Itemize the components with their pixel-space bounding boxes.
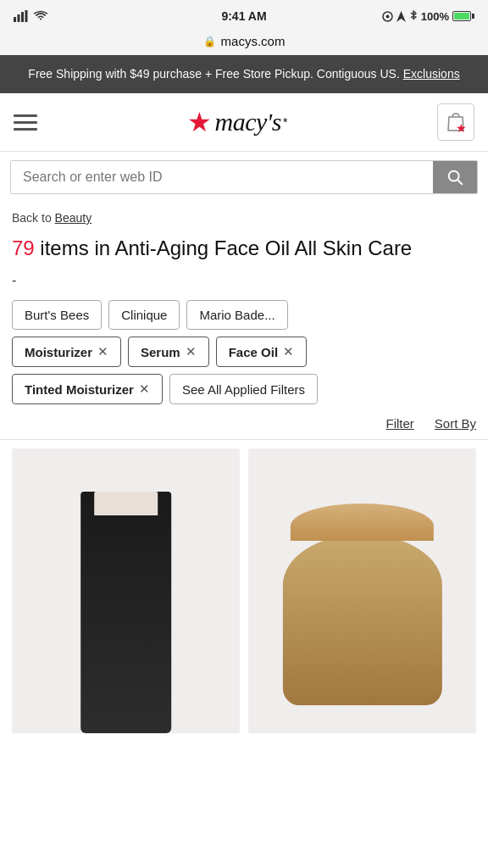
see-all-filters-button[interactable]: See All Applied Filters: [169, 374, 318, 404]
svg-rect-3: [25, 10, 28, 22]
site-header: ★ macy's* ★: [0, 93, 488, 152]
search-bar: [10, 160, 478, 194]
filter-chip-serum[interactable]: Serum ✕: [128, 337, 209, 367]
filter-link[interactable]: Filter: [385, 416, 413, 431]
svg-line-8: [458, 180, 462, 184]
filter-dash: -: [12, 273, 16, 287]
filter-indicator: -: [0, 273, 488, 297]
address-bar[interactable]: 🔒 macys.com: [0, 31, 488, 55]
status-bar: 9:41 AM 100%: [0, 0, 488, 31]
brand-chips-row: Burt's Bees Clinique Mario Bade...: [0, 297, 488, 337]
sort-by-link[interactable]: Sort By: [435, 416, 476, 431]
result-count: 79: [12, 236, 35, 259]
page-title-rest: items in Anti-Aging Face Oil All Skin Ca…: [35, 236, 413, 259]
product-image-2: [248, 448, 476, 733]
svg-rect-2: [21, 12, 24, 22]
product-card-2[interactable]: [248, 448, 476, 733]
product-bottle-graphic: [80, 492, 172, 734]
battery-percent: 100%: [421, 10, 449, 23]
logo-text: macy's: [215, 108, 281, 136]
logo-asterisk: *: [283, 115, 287, 129]
see-all-label: See All Applied Filters: [182, 382, 305, 397]
remove-face-oil-icon[interactable]: ✕: [283, 344, 294, 359]
brand-chip-mario-badescu[interactable]: Mario Bade...: [186, 300, 287, 330]
chip-label: Clinique: [121, 308, 167, 322]
status-time: 9:41 AM: [221, 9, 266, 23]
url-text: macys.com: [221, 34, 286, 48]
product-image-1: [12, 448, 240, 733]
lock-icon: 🔒: [203, 36, 216, 47]
exclusions-link[interactable]: Exclusions: [403, 67, 460, 81]
product-jar-graphic: [282, 534, 441, 705]
applied-filters-row1: Moisturizer ✕ Serum ✕ Face Oil ✕: [0, 337, 488, 374]
logo[interactable]: ★ macy's*: [187, 108, 288, 136]
battery-icon: [452, 11, 474, 21]
navigation-icon: [396, 11, 406, 22]
chip-label: Moisturizer: [25, 345, 92, 359]
location-services-icon: [382, 11, 393, 22]
filter-chip-moisturizer[interactable]: Moisturizer ✕: [12, 337, 121, 367]
chip-label: Serum: [141, 345, 180, 359]
page-title: 79 items in Anti-Aging Face Oil All Skin…: [0, 228, 488, 273]
applied-filters-row2: Tinted Moisturizer ✕ See All Applied Fil…: [0, 374, 488, 411]
status-right-area: 100%: [382, 10, 474, 23]
signal-area: [14, 10, 48, 22]
breadcrumb-beauty-link[interactable]: Beauty: [55, 211, 92, 225]
chip-label: Mario Bade...: [199, 308, 274, 322]
products-grid: [0, 440, 488, 733]
remove-tinted-moisturizer-icon[interactable]: ✕: [139, 381, 150, 397]
brand-chip-burts-bees[interactable]: Burt's Bees: [12, 300, 102, 330]
svg-marker-6: [396, 11, 406, 22]
logo-star-icon: ★: [187, 108, 212, 136]
promo-banner: Free Shipping with $49 purchase + Free S…: [0, 55, 488, 93]
svg-rect-1: [18, 14, 20, 22]
chip-label: Face Oil: [229, 345, 278, 359]
chip-label: Burt's Bees: [25, 308, 89, 322]
filter-chip-tinted-moisturizer[interactable]: Tinted Moisturizer ✕: [12, 374, 163, 404]
search-input[interactable]: [11, 161, 433, 193]
product-card-1[interactable]: [12, 448, 240, 733]
search-icon: [446, 168, 464, 186]
remove-moisturizer-icon[interactable]: ✕: [97, 344, 108, 359]
svg-rect-0: [14, 17, 16, 22]
cart-star-icon: ★: [456, 121, 467, 135]
breadcrumb: Back to Beauty: [0, 203, 488, 228]
promo-text: Free Shipping with $49 purchase + Free S…: [28, 67, 400, 81]
filter-chip-face-oil[interactable]: Face Oil ✕: [216, 337, 307, 367]
cart-button[interactable]: ★: [437, 103, 474, 141]
search-button[interactable]: [433, 161, 477, 193]
svg-point-5: [385, 14, 389, 18]
brand-chip-clinique[interactable]: Clinique: [108, 300, 180, 330]
wifi-icon: [33, 10, 48, 22]
chip-label: Tinted Moisturizer: [25, 382, 134, 397]
remove-serum-icon[interactable]: ✕: [186, 344, 197, 359]
sort-filter-bar: Filter Sort By: [0, 411, 488, 440]
hamburger-menu[interactable]: [14, 114, 37, 131]
signal-icon: [14, 10, 29, 22]
bluetooth-icon: [409, 10, 418, 22]
breadcrumb-prefix: Back to: [12, 211, 52, 225]
